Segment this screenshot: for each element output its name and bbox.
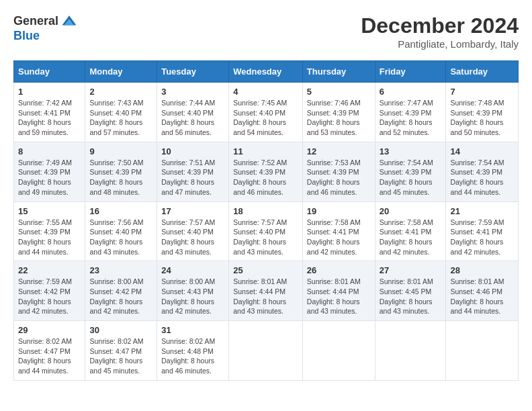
cell-content: Sunrise: 7:48 AM Sunset: 4:39 PM Dayligh… — [450, 98, 514, 138]
calendar-cell: 10 Sunrise: 7:51 AM Sunset: 4:39 PM Dayl… — [157, 142, 229, 201]
calendar-cell: 16 Sunrise: 7:56 AM Sunset: 4:40 PM Dayl… — [85, 201, 157, 261]
cell-content: Sunrise: 8:01 AM Sunset: 4:44 PM Dayligh… — [307, 277, 371, 316]
calendar-cell: 21 Sunrise: 7:59 AM Sunset: 4:41 PM Dayl… — [446, 201, 519, 261]
header-day-saturday: Saturday — [446, 61, 519, 83]
cell-content: Sunrise: 8:02 AM Sunset: 4:47 PM Dayligh… — [18, 336, 81, 376]
cell-content: Sunrise: 7:50 AM Sunset: 4:39 PM Dayligh… — [89, 158, 152, 197]
cell-content: Sunrise: 7:42 AM Sunset: 4:41 PM Dayligh… — [18, 98, 81, 138]
cell-content: Sunrise: 7:54 AM Sunset: 4:39 PM Dayligh… — [380, 158, 442, 197]
day-number: 9 — [89, 146, 152, 156]
day-number: 16 — [89, 206, 152, 216]
cell-content: Sunrise: 7:55 AM Sunset: 4:39 PM Dayligh… — [18, 218, 81, 257]
calendar-body: 1 Sunrise: 7:42 AM Sunset: 4:41 PM Dayli… — [14, 83, 519, 381]
cell-content: Sunrise: 8:01 AM Sunset: 4:44 PM Dayligh… — [233, 277, 298, 316]
day-number: 20 — [380, 206, 442, 216]
calendar-cell: 25 Sunrise: 8:01 AM Sunset: 4:44 PM Dayl… — [229, 261, 303, 321]
calendar-cell: 23 Sunrise: 8:00 AM Sunset: 4:42 PM Dayl… — [85, 261, 157, 321]
calendar-cell: 30 Sunrise: 8:02 AM Sunset: 4:47 PM Dayl… — [85, 321, 157, 381]
week-row-2: 8 Sunrise: 7:49 AM Sunset: 4:39 PM Dayli… — [14, 142, 519, 201]
cell-content: Sunrise: 8:00 AM Sunset: 4:43 PM Dayligh… — [161, 277, 224, 316]
cell-content: Sunrise: 7:45 AM Sunset: 4:40 PM Dayligh… — [233, 98, 298, 138]
header-day-monday: Monday — [85, 61, 157, 83]
calendar-cell: 7 Sunrise: 7:48 AM Sunset: 4:39 PM Dayli… — [446, 83, 519, 142]
calendar-cell: 1 Sunrise: 7:42 AM Sunset: 4:41 PM Dayli… — [14, 83, 85, 142]
cell-content: Sunrise: 7:51 AM Sunset: 4:39 PM Dayligh… — [161, 158, 224, 197]
calendar-cell: 13 Sunrise: 7:54 AM Sunset: 4:39 PM Dayl… — [375, 142, 446, 201]
cell-content: Sunrise: 7:57 AM Sunset: 4:40 PM Dayligh… — [233, 218, 298, 257]
cell-content: Sunrise: 7:49 AM Sunset: 4:39 PM Dayligh… — [18, 158, 81, 197]
week-row-5: 29 Sunrise: 8:02 AM Sunset: 4:47 PM Dayl… — [14, 321, 519, 381]
calendar-cell: 22 Sunrise: 7:59 AM Sunset: 4:42 PM Dayl… — [14, 261, 85, 321]
day-number: 29 — [18, 325, 81, 335]
day-number: 2 — [89, 87, 152, 97]
cell-content: Sunrise: 7:43 AM Sunset: 4:40 PM Dayligh… — [89, 98, 152, 138]
logo-icon — [61, 13, 77, 30]
day-number: 19 — [307, 206, 371, 216]
calendar-cell: 29 Sunrise: 8:02 AM Sunset: 4:47 PM Dayl… — [14, 321, 85, 381]
cell-content: Sunrise: 7:58 AM Sunset: 4:41 PM Dayligh… — [380, 218, 442, 257]
title-area: December 2024 Pantigliate, Lombardy, Ita… — [361, 13, 519, 50]
cell-content: Sunrise: 7:53 AM Sunset: 4:39 PM Dayligh… — [307, 158, 371, 197]
cell-content: Sunrise: 7:44 AM Sunset: 4:40 PM Dayligh… — [161, 98, 224, 138]
cell-content: Sunrise: 7:54 AM Sunset: 4:39 PM Dayligh… — [450, 158, 514, 197]
header-row: SundayMondayTuesdayWednesdayThursdayFrid… — [14, 61, 519, 83]
calendar-cell: 17 Sunrise: 7:57 AM Sunset: 4:40 PM Dayl… — [157, 201, 229, 261]
location: Pantigliate, Lombardy, Italy — [361, 38, 519, 50]
calendar-cell: 31 Sunrise: 8:02 AM Sunset: 4:48 PM Dayl… — [157, 321, 229, 381]
day-number: 14 — [450, 146, 514, 156]
day-number: 22 — [18, 265, 81, 275]
calendar-cell: 9 Sunrise: 7:50 AM Sunset: 4:39 PM Dayli… — [85, 142, 157, 201]
week-row-4: 22 Sunrise: 7:59 AM Sunset: 4:42 PM Dayl… — [14, 261, 519, 321]
calendar-cell: 3 Sunrise: 7:44 AM Sunset: 4:40 PM Dayli… — [157, 83, 229, 142]
calendar-cell: 27 Sunrise: 8:01 AM Sunset: 4:45 PM Dayl… — [375, 261, 446, 321]
calendar-cell: 15 Sunrise: 7:55 AM Sunset: 4:39 PM Dayl… — [14, 201, 85, 261]
calendar-cell: 24 Sunrise: 8:00 AM Sunset: 4:43 PM Dayl… — [157, 261, 229, 321]
header-day-friday: Friday — [375, 61, 446, 83]
calendar-header: SundayMondayTuesdayWednesdayThursdayFrid… — [14, 61, 519, 83]
cell-content: Sunrise: 7:59 AM Sunset: 4:41 PM Dayligh… — [450, 218, 514, 257]
cell-content: Sunrise: 7:52 AM Sunset: 4:39 PM Dayligh… — [233, 158, 298, 197]
calendar-cell: 26 Sunrise: 8:01 AM Sunset: 4:44 PM Dayl… — [302, 261, 375, 321]
header-day-thursday: Thursday — [302, 61, 375, 83]
week-row-1: 1 Sunrise: 7:42 AM Sunset: 4:41 PM Dayli… — [14, 83, 519, 142]
day-number: 17 — [161, 206, 224, 216]
calendar-cell — [446, 321, 519, 381]
calendar-cell: 2 Sunrise: 7:43 AM Sunset: 4:40 PM Dayli… — [85, 83, 157, 142]
day-number: 18 — [233, 206, 298, 216]
calendar-cell: 19 Sunrise: 7:58 AM Sunset: 4:41 PM Dayl… — [302, 201, 375, 261]
day-number: 26 — [307, 265, 371, 275]
cell-content: Sunrise: 8:02 AM Sunset: 4:47 PM Dayligh… — [89, 336, 152, 376]
logo-blue: Blue — [13, 30, 77, 43]
day-number: 28 — [450, 265, 514, 275]
day-number: 1 — [18, 87, 81, 97]
header-day-wednesday: Wednesday — [229, 61, 303, 83]
day-number: 12 — [307, 146, 371, 156]
calendar-cell: 14 Sunrise: 7:54 AM Sunset: 4:39 PM Dayl… — [446, 142, 519, 201]
cell-content: Sunrise: 8:01 AM Sunset: 4:46 PM Dayligh… — [450, 277, 514, 316]
day-number: 13 — [380, 146, 442, 156]
calendar-cell: 6 Sunrise: 7:47 AM Sunset: 4:39 PM Dayli… — [375, 83, 446, 142]
cell-content: Sunrise: 7:58 AM Sunset: 4:41 PM Dayligh… — [307, 218, 371, 257]
day-number: 6 — [380, 87, 442, 97]
calendar-cell: 18 Sunrise: 7:57 AM Sunset: 4:40 PM Dayl… — [229, 201, 303, 261]
calendar-cell: 28 Sunrise: 8:01 AM Sunset: 4:46 PM Dayl… — [446, 261, 519, 321]
day-number: 7 — [450, 87, 514, 97]
cell-content: Sunrise: 8:00 AM Sunset: 4:42 PM Dayligh… — [89, 277, 152, 316]
day-number: 21 — [450, 206, 514, 216]
logo: General Blue — [13, 13, 77, 43]
day-number: 11 — [233, 146, 298, 156]
day-number: 5 — [307, 87, 371, 97]
logo-general: General — [13, 15, 58, 28]
day-number: 4 — [233, 87, 298, 97]
calendar-cell: 8 Sunrise: 7:49 AM Sunset: 4:39 PM Dayli… — [14, 142, 85, 201]
cell-content: Sunrise: 8:01 AM Sunset: 4:45 PM Dayligh… — [380, 277, 442, 316]
day-number: 25 — [233, 265, 298, 275]
page-header: General Blue December 2024 Pantigliate, … — [13, 13, 519, 50]
calendar-cell: 11 Sunrise: 7:52 AM Sunset: 4:39 PM Dayl… — [229, 142, 303, 201]
cell-content: Sunrise: 7:56 AM Sunset: 4:40 PM Dayligh… — [89, 218, 152, 257]
calendar-cell: 4 Sunrise: 7:45 AM Sunset: 4:40 PM Dayli… — [229, 83, 303, 142]
week-row-3: 15 Sunrise: 7:55 AM Sunset: 4:39 PM Dayl… — [14, 201, 519, 261]
logo-text: General Blue — [13, 13, 77, 43]
calendar-cell: 20 Sunrise: 7:58 AM Sunset: 4:41 PM Dayl… — [375, 201, 446, 261]
day-number: 8 — [18, 146, 81, 156]
